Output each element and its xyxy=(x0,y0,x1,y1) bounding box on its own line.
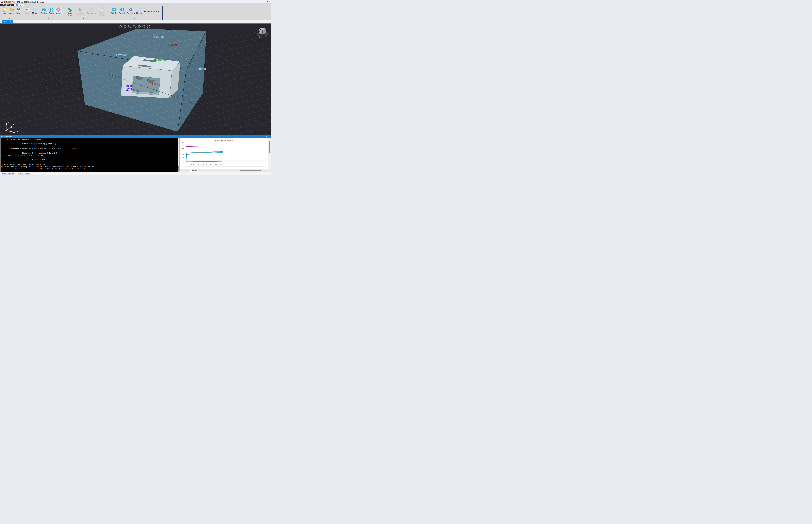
chart-series-magenta xyxy=(186,146,223,147)
console-line: ------------------- Numerics Preprocessi… xyxy=(1,143,178,145)
ribbon-button-label: License xyxy=(136,12,143,14)
compass-west-label: W xyxy=(256,30,259,32)
scene-label-outlet: Outlet xyxy=(169,43,177,46)
sheet-tab-bar: |◀ ◀ ▶ ▶| history xyxy=(180,169,271,172)
viewport-3d[interactable]: ExteriorOutletExteriorRefinementExterior… xyxy=(0,23,271,135)
fit-icon xyxy=(147,25,150,29)
ribbon-button-website[interactable]: wwwWebsite xyxy=(110,7,118,15)
chart-x-tick: 2 xyxy=(186,164,187,165)
viewport-tool-orbit[interactable] xyxy=(123,24,127,29)
restore-button[interactable] xyxy=(260,0,265,3)
examples-icon xyxy=(129,7,133,12)
console-line xyxy=(1,157,178,159)
viewport-tool-zoom-window[interactable] xyxy=(128,24,132,29)
sheet-prev-button[interactable]: ◀ xyxy=(182,170,184,172)
chart-x-tick: 41 xyxy=(217,164,219,165)
document-tab-model[interactable]: Model✕ xyxy=(2,20,13,23)
console-line: see https://su2code.github.io/docs_v7/Bu… xyxy=(1,168,178,170)
sheet-tab-history[interactable]: history xyxy=(190,170,199,172)
scene-label-inlet-line2: 27.7 m/s xyxy=(126,88,138,91)
dock-tab-results-surfaces[interactable]: Results - Surfaces xyxy=(2,173,15,175)
chart-y-tick: 10 xyxy=(182,148,184,150)
ribbon-tab-home[interactable]: Home xyxy=(14,3,24,6)
pin-button[interactable] xyxy=(265,136,268,137)
chart-horizontal-scrollbar[interactable] xyxy=(203,170,268,171)
mesh-icon xyxy=(32,7,37,12)
show-vectors-icon xyxy=(78,7,83,12)
config-icon xyxy=(49,7,54,12)
chart-y-tick: 6 xyxy=(183,154,184,156)
ribbon-tab-wind-cfd[interactable]: Wind CFD xyxy=(0,4,14,6)
viewport-tool-pan[interactable] xyxy=(137,24,141,29)
bottom-dock-bar: Results - SurfacesResults - Volumes xyxy=(0,172,270,175)
sheet-next-button[interactable]: ▶ xyxy=(185,170,187,172)
ribbon-button-config[interactable]: Config xyxy=(48,7,55,15)
ribbon-button-abort[interactable]: Abort xyxy=(55,7,62,15)
scene-canvas: ExteriorOutletExteriorRefinementExterior… xyxy=(0,23,271,135)
scene-label-exterior-right: Exterior xyxy=(196,67,206,70)
sheet-last-button[interactable]: ▶| xyxy=(187,170,189,172)
console-line xyxy=(1,150,178,152)
ribbon-button-open[interactable]: Open xyxy=(8,7,15,15)
open-folder-icon xyxy=(9,7,14,12)
close-button[interactable]: ✕ xyxy=(265,0,270,3)
ribbon-button-license[interactable]: License xyxy=(136,7,143,15)
cfd-analysis-panel: Initialize Jacobian structure (SA model)… xyxy=(0,138,270,172)
ribbon-button-show-mesh[interactable]: Show Mesh xyxy=(64,7,75,17)
chart-y-tick: 4 xyxy=(183,157,184,159)
chart-vertical-scrollbar[interactable] xyxy=(268,138,271,169)
axis-y-label: Y xyxy=(13,124,14,126)
svg-text:www: www xyxy=(113,9,116,10)
viewport-tool-fit[interactable] xyxy=(146,24,150,29)
ribbon-button-tutorials[interactable]: Tutorials xyxy=(118,7,126,15)
viewport-toolbar xyxy=(118,24,150,29)
ribbon-button-settings[interactable]: Settings xyxy=(40,7,48,15)
chart-x-tick: 14 xyxy=(196,164,197,165)
transparency-icon xyxy=(89,7,94,12)
minimize-button[interactable]: – xyxy=(254,0,260,3)
chart-vscroll-thumb[interactable] xyxy=(269,141,270,152)
ribbon-group-label: Model xyxy=(23,18,39,20)
solver-console[interactable]: Initialize Jacobian structure (SA model)… xyxy=(0,138,178,172)
chart-hscroll-thumb[interactable] xyxy=(240,170,261,171)
viewport-tool-zoom[interactable] xyxy=(132,24,136,29)
console-link[interactable]: https://su2code.github.io/docs_v7/Build-… xyxy=(14,168,96,170)
console-line xyxy=(1,141,178,143)
orbit-icon xyxy=(123,25,127,29)
window-title: BIMWERX Wind CFD Ver 2024.0.1 (Beta) - L… xyxy=(4,1,254,3)
ribbon-button-transparency[interactable]: Transparency xyxy=(86,7,97,15)
zoom-window-icon xyxy=(128,25,132,29)
ribbon-button-label: Tutorials xyxy=(119,12,126,14)
ribbon-button-new[interactable]: New xyxy=(1,7,8,15)
ribbon-button-import[interactable]: Import xyxy=(24,7,31,15)
zoom-icon xyxy=(132,25,136,29)
viewport-tool-home[interactable] xyxy=(118,24,122,29)
ribbon-button-save[interactable]: Save xyxy=(15,7,22,15)
app-icon xyxy=(1,1,3,3)
ribbon-button-examples[interactable]: Examples▼ xyxy=(126,7,135,16)
chevron-down-icon[interactable]: ▼ xyxy=(130,15,132,16)
chart-series-orange xyxy=(186,153,223,153)
ribbon-button-label: Config xyxy=(49,12,54,14)
dock-tab-bar xyxy=(18,174,31,175)
ribbon-button-show-output[interactable]: Show Output xyxy=(97,7,107,17)
dock-tab-results-volumes[interactable]: Results - Volumes xyxy=(18,173,31,175)
scene-label-exterior-top: Exterior xyxy=(153,35,164,38)
ribbon-button-show-vectors[interactable]: Show Vectors xyxy=(75,7,86,17)
convergence-monitor-panel: Convergence Monitor-20246810121425811141… xyxy=(179,138,271,172)
building-model[interactable] xyxy=(121,56,180,98)
viewport-tool-rotate[interactable] xyxy=(142,24,146,29)
sheet-first-button[interactable]: |◀ xyxy=(180,170,182,172)
ribbon-group-label: Display xyxy=(63,18,109,20)
tab-close-icon[interactable]: ✕ xyxy=(10,21,11,23)
pan-icon xyxy=(137,25,141,29)
ribbon-group-label: Analysis xyxy=(39,18,63,20)
cfd-analysis-header: CFD Analysis × xyxy=(0,135,270,138)
console-line: Simulation Run using the Single-zone Dri… xyxy=(1,163,178,166)
navigation-cube[interactable]: TOP FRONT W S E xyxy=(256,27,269,38)
chart-x-tick: 5 xyxy=(188,164,189,165)
panel-close-button[interactable]: × xyxy=(268,136,270,138)
console-line: ----------------- Integration Preprocess… xyxy=(1,147,178,150)
console-scrollbar-thumb[interactable] xyxy=(179,166,179,171)
ribbon-button-mesh[interactable]: Mesh xyxy=(31,7,38,15)
